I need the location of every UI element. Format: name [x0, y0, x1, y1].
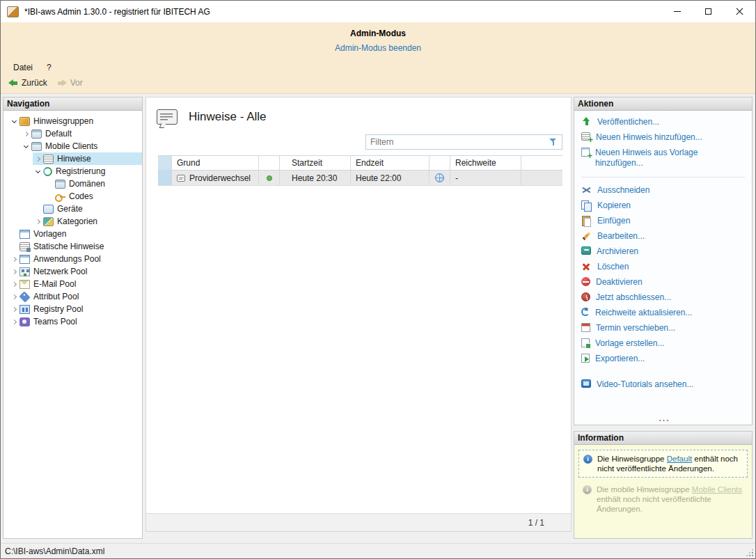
create-template-icon	[581, 338, 590, 347]
information-header: Information	[574, 432, 752, 445]
minimize-button[interactable]	[661, 1, 693, 22]
action-neuen-hinweis-aus-vorlage[interactable]: Neuen Hinweis aus Vorlage hinzufügen...	[581, 148, 748, 168]
hint-bubble-icon	[177, 175, 185, 182]
column-header-reichweite[interactable]: Reichweite	[450, 156, 521, 170]
chevron-collapsed-icon[interactable]	[33, 157, 42, 161]
column-header-selector[interactable]	[158, 156, 172, 170]
tree-item-email-pool[interactable]: E-Mail Pool	[3, 278, 142, 290]
info-message-default[interactable]: Die Hinweisgruppe Default enthält noch n…	[578, 450, 748, 478]
back-label: Zurück	[22, 78, 47, 88]
action-video-tutorials[interactable]: Video-Tutorials ansehen...	[581, 379, 748, 390]
action-bearbeiten[interactable]: Bearbeiten...	[581, 231, 748, 242]
action-einfuegen[interactable]: Einfügen	[581, 216, 748, 226]
info-message-mobile-clients[interactable]: Die mobile Hinweisgruppe Mobile Clients …	[578, 481, 748, 517]
column-header-endzeit[interactable]: Endzeit	[351, 156, 430, 170]
column-header-startzeit[interactable]: Startzeit	[280, 156, 351, 170]
hints-icon	[43, 155, 54, 164]
chevron-collapsed-icon[interactable]	[33, 220, 42, 223]
tree-item-attribut-pool[interactable]: Attribut Pool	[3, 290, 142, 303]
mobile-clients-group-link[interactable]: Mobile Clients	[692, 485, 742, 494]
action-neuen-hinweis-hinzufuegen[interactable]: Neuen Hinweis hinzufügen...	[581, 132, 748, 143]
action-label: Reichweite aktualisieren...	[595, 308, 748, 318]
status-bar: C:\IBI-aws\Admin\Data.xml	[1, 543, 755, 558]
action-deaktivieren[interactable]: Deaktivieren	[581, 277, 748, 288]
tree-item-registry-pool[interactable]: Registry Pool	[3, 303, 142, 315]
action-label: Ausschneiden	[597, 185, 748, 196]
menu-datei[interactable]: Datei	[6, 61, 40, 74]
action-loeschen[interactable]: Löschen	[581, 262, 748, 272]
action-label: Bearbeiten...	[597, 231, 748, 242]
cell-endzeit: Heute 22:00	[351, 171, 430, 185]
navigation-tree: Hinweisgruppen Default Mobile Clients Hi…	[3, 111, 142, 538]
tree-indent	[3, 228, 9, 240]
action-ausschneiden[interactable]: Ausschneiden	[581, 185, 748, 196]
tree-item-hinweisgruppen[interactable]: Hinweisgruppen	[3, 115, 142, 127]
registry-pool-icon	[19, 305, 30, 314]
information-body: Die Hinweisgruppe Default enthält noch n…	[574, 445, 752, 526]
funnel-icon[interactable]	[549, 137, 558, 147]
panel-splitter[interactable]	[574, 425, 753, 431]
tree-item-mobile-clients[interactable]: Mobile Clients	[3, 140, 142, 152]
chevron-expanded-icon[interactable]	[33, 171, 42, 173]
cell-scope	[430, 171, 450, 185]
forward-button[interactable]: Vor	[54, 77, 89, 89]
tree-item-anwendungs-pool[interactable]: Anwendungs Pool	[3, 253, 142, 265]
maximize-button[interactable]	[693, 1, 724, 22]
chevron-collapsed-icon[interactable]	[9, 295, 19, 299]
chevron-collapsed-icon[interactable]	[9, 308, 19, 311]
chevron-expanded-icon[interactable]	[9, 120, 19, 123]
tree-item-kategorien[interactable]: Kategorien	[3, 215, 142, 228]
tree-item-default[interactable]: Default	[3, 127, 142, 140]
tree-item-netzwerk-pool[interactable]: Netzwerk Pool	[3, 265, 142, 278]
tree-indent	[3, 240, 9, 253]
add-hint-icon	[581, 132, 590, 141]
app-window: *IBI-aws Admin 1.30.0 - registriert für …	[0, 0, 756, 559]
tree-item-registrierung[interactable]: Registrierung	[3, 165, 142, 178]
categories-icon	[43, 217, 54, 226]
tree-item-statische-hinweise[interactable]: Statische Hinweise	[3, 240, 142, 253]
action-reichweite-aktualisieren[interactable]: Reichweite aktualisieren...	[581, 308, 748, 318]
chevron-collapsed-icon[interactable]	[9, 270, 19, 274]
action-veroeffentlichen[interactable]: Veröffentlichen...	[581, 117, 748, 127]
action-vorlage-erstellen[interactable]: Vorlage erstellen...	[581, 338, 748, 349]
column-header-grund[interactable]: Grund	[172, 156, 259, 170]
menu-help[interactable]: ?	[40, 61, 58, 74]
table-empty-space	[146, 186, 571, 513]
table-row[interactable]: Providerwechsel Heute 20:30 Heute 22:00 …	[158, 171, 562, 186]
action-termin-verschieben[interactable]: Termin verschieben...	[581, 323, 748, 333]
tree-item-vorlagen[interactable]: Vorlagen	[3, 228, 142, 240]
tree-item-label: Registrierung	[56, 166, 105, 176]
info-text-prefix: Die Hinweisgruppe	[597, 455, 667, 463]
action-archivieren[interactable]: Archivieren	[581, 246, 748, 257]
tree-item-label: Kategorien	[57, 216, 97, 226]
chevron-collapsed-icon[interactable]	[21, 132, 31, 136]
chevron-collapsed-icon[interactable]	[9, 258, 19, 261]
filter-input[interactable]	[366, 137, 549, 147]
tree-item-teams-pool[interactable]: Teams Pool	[3, 315, 142, 328]
action-jetzt-abschliessen[interactable]: Jetzt abschliessen...	[581, 292, 748, 303]
tree-item-geraete[interactable]: Geräte	[3, 203, 142, 215]
chevron-collapsed-icon[interactable]	[9, 320, 19, 324]
action-label: Neuen Hinweis aus Vorlage hinzufügen...	[595, 148, 748, 168]
actions-more-dots[interactable]: ...	[581, 415, 748, 423]
chevron-expanded-icon[interactable]	[21, 145, 31, 148]
scissors-icon	[581, 185, 592, 195]
tree-item-domaenen[interactable]: Domänen	[3, 178, 142, 190]
tree-item-hinweise[interactable]: Hinweise	[3, 152, 142, 165]
publish-icon	[581, 117, 592, 127]
tree-item-codes[interactable]: Codes	[3, 190, 142, 203]
row-selector-cell[interactable]	[158, 171, 172, 185]
back-button[interactable]: Zurück	[5, 77, 54, 89]
default-group-link[interactable]: Default	[667, 455, 692, 463]
column-header-scope[interactable]	[430, 156, 450, 170]
tree-indent	[3, 215, 33, 228]
admin-mode-end-link[interactable]: Admin-Modus beenden	[335, 43, 421, 53]
resize-grip-icon[interactable]	[745, 548, 753, 556]
column-header-status[interactable]	[259, 156, 280, 170]
action-kopieren[interactable]: Kopieren	[581, 200, 748, 211]
close-button[interactable]	[724, 1, 755, 22]
tree-item-label: Attribut Pool	[33, 292, 79, 301]
action-exportieren[interactable]: Exportieren...	[581, 354, 748, 364]
tree-item-label: Anwendungs Pool	[33, 254, 101, 264]
chevron-collapsed-icon[interactable]	[9, 283, 19, 286]
